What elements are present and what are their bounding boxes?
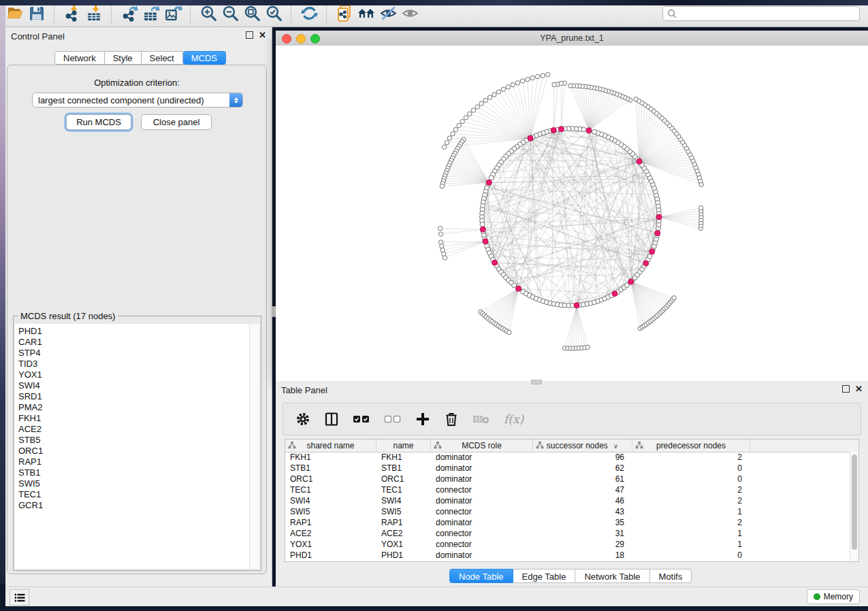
table-row[interactable]: SWI4SWI4dominator462 (285, 495, 850, 506)
network-window-titlebar[interactable]: YPA_prune.txt_1 (276, 31, 868, 46)
hierarchy-icon (288, 442, 296, 451)
table-scrollbar-thumb[interactable] (852, 455, 857, 550)
show-column-icon[interactable] (324, 412, 339, 427)
table-scrollbar[interactable] (850, 452, 858, 561)
table-row[interactable]: FKH1FKH1dominator962 (285, 452, 850, 463)
open-file-icon[interactable] (4, 3, 26, 24)
zoom-fit-icon[interactable] (241, 3, 263, 24)
show-panels-list-button[interactable] (10, 589, 29, 606)
import-network-icon[interactable] (61, 3, 83, 24)
table-row[interactable]: ACE2ACE2connector311 (285, 528, 850, 539)
table-cell: 18 (533, 550, 632, 561)
column-header-successor-nodes[interactable]: successor nodes ∨ (533, 440, 632, 452)
table-cell: 31 (533, 528, 632, 539)
save-session-icon[interactable] (26, 3, 48, 24)
mcds-result-item[interactable]: STB1 (18, 467, 249, 478)
table-cell: 2 (632, 452, 750, 463)
column-header-name[interactable]: name (376, 440, 431, 452)
export-table-icon[interactable] (140, 3, 162, 24)
mcds-result-item[interactable]: ACE2 (18, 424, 249, 435)
import-table-icon[interactable] (83, 3, 105, 24)
table-row[interactable]: SWI5SWI5connector431 (285, 506, 850, 517)
close-panel-icon[interactable]: ✕ (855, 386, 863, 392)
show-all-icon[interactable] (399, 3, 421, 24)
search-input[interactable] (677, 8, 859, 19)
node-table-rows: FKH1FKH1dominator962STB1STB1dominator620… (285, 452, 850, 561)
tab-select[interactable]: Select (142, 51, 183, 65)
table-row[interactable]: ORC1ORC1dominator610 (285, 474, 850, 484)
tab-mcds[interactable]: MCDS (183, 51, 226, 65)
table-panel-title: Table Panel (281, 385, 327, 395)
table-row[interactable]: YOX1YOX1connector291 (285, 539, 850, 550)
close-panel-button[interactable]: Close panel (141, 114, 212, 130)
table-cell: STB1 (285, 463, 376, 474)
mcds-result-item[interactable]: PMA2 (18, 402, 249, 413)
hide-selected-icon[interactable] (377, 3, 399, 24)
table-cell: SWI4 (285, 495, 376, 506)
table-panel: Table Panel ✕ f(x) (276, 381, 868, 587)
network-canvas[interactable] (276, 46, 868, 381)
close-panel-icon[interactable]: ✕ (259, 32, 266, 38)
float-panel-icon[interactable] (842, 385, 850, 393)
mcds-result-item[interactable]: FKH1 (18, 413, 249, 424)
export-image-icon[interactable] (162, 3, 184, 24)
mcds-result-item[interactable]: GCR1 (18, 500, 249, 511)
table-cell: connector (431, 506, 533, 517)
status-bar: Memory (5, 587, 868, 606)
column-header-mcds-role[interactable]: MCDS role (431, 440, 533, 452)
mcds-result-item[interactable]: PHD1 (18, 326, 249, 337)
mcds-list-scrollbar[interactable] (249, 324, 259, 569)
first-neighbors-icon[interactable] (355, 3, 377, 24)
memory-button[interactable]: Memory (807, 589, 860, 604)
table-cell: dominator (431, 495, 533, 506)
table-row[interactable]: PHD1PHD1dominator180 (285, 550, 850, 561)
table-row[interactable]: TEC1TEC1connector472 (285, 484, 850, 495)
search-field[interactable] (662, 6, 860, 21)
panel-divider-grip[interactable] (531, 380, 542, 384)
table-cell: 0 (632, 463, 750, 474)
tab-network[interactable]: Network (54, 51, 105, 65)
float-panel-icon[interactable] (246, 31, 253, 39)
select-all-icon[interactable] (353, 414, 370, 424)
table-row[interactable]: RAP1RAP1dominator352 (285, 517, 850, 528)
control-panel: Control Panel ✕ Network Style Select MCD… (5, 27, 272, 587)
sort-chevron-icon[interactable]: ∨ (613, 442, 618, 450)
deselect-all-icon[interactable] (384, 414, 402, 424)
network-from-document-icon[interactable] (334, 3, 355, 24)
mcds-result-item[interactable]: ORC1 (18, 446, 249, 457)
add-column-icon[interactable] (415, 412, 430, 427)
tab-motifs[interactable]: Motifs (650, 569, 692, 583)
mcds-result-item[interactable]: RAP1 (18, 457, 249, 467)
table-cell (750, 495, 850, 506)
zoom-selected-icon[interactable] (263, 3, 285, 24)
mcds-result-item[interactable]: SWI4 (18, 380, 249, 391)
mcds-result-item[interactable]: SWI5 (18, 478, 249, 489)
table-cell: dominator (431, 474, 533, 484)
mcds-result-item[interactable]: SRD1 (18, 391, 249, 402)
run-mcds-button[interactable]: Run MCDS (66, 114, 131, 130)
table-row[interactable]: STB1STB1dominator620 (285, 463, 850, 474)
table-cell: dominator (431, 463, 533, 474)
delete-column-icon[interactable] (444, 412, 459, 427)
mcds-result-item[interactable]: TEC1 (18, 489, 249, 500)
mcds-result-item[interactable]: TID3 (18, 359, 249, 369)
tab-style[interactable]: Style (105, 51, 142, 65)
mcds-result-item[interactable]: YOX1 (18, 369, 249, 380)
table-cell: 1 (632, 528, 750, 539)
column-header-shared-name[interactable]: shared name (285, 440, 376, 452)
table-settings-gear-icon[interactable] (295, 412, 310, 427)
criterion-select[interactable]: largest connected component (undirected) (32, 93, 243, 108)
export-network-icon[interactable] (118, 3, 140, 24)
zoom-in-icon[interactable] (197, 3, 219, 24)
tab-node-table[interactable]: Node Table (449, 569, 513, 583)
mcds-result-item[interactable]: STP4 (18, 348, 249, 359)
refresh-icon[interactable] (298, 3, 320, 24)
mcds-result-item[interactable]: STB5 (18, 435, 249, 446)
column-header-predecessor-nodes[interactable]: predecessor nodes (632, 440, 750, 452)
tab-edge-table[interactable]: Edge Table (513, 569, 576, 583)
mcds-result-list[interactable]: PHD1CAR1STP4TID3YOX1SWI4SRD1PMA2FKH1ACE2… (15, 324, 250, 569)
mcds-result-item[interactable]: CAR1 (18, 337, 249, 348)
tab-network-table[interactable]: Network Table (575, 569, 649, 583)
zoom-out-icon[interactable] (219, 3, 241, 24)
table-cell (750, 550, 850, 561)
